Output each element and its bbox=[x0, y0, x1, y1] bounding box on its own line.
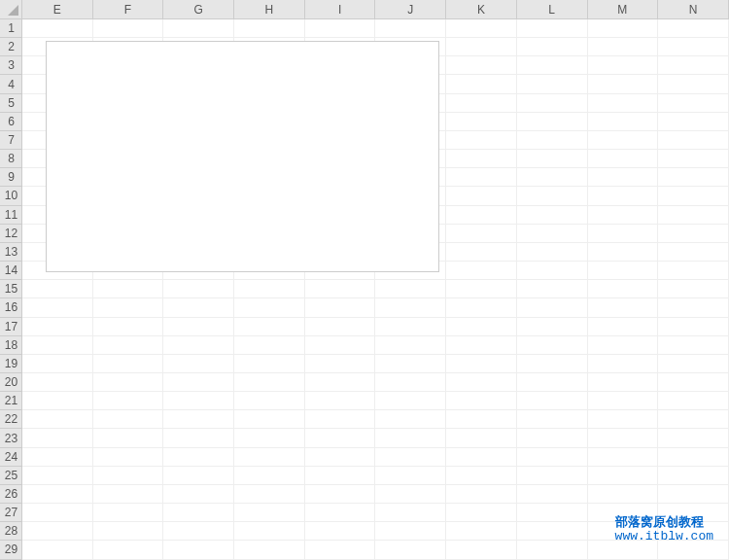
cell[interactable] bbox=[93, 298, 164, 317]
column-header[interactable]: K bbox=[446, 0, 517, 19]
cell[interactable] bbox=[22, 355, 93, 373]
cell[interactable] bbox=[446, 187, 517, 205]
cell[interactable] bbox=[163, 298, 234, 317]
cell[interactable] bbox=[588, 448, 659, 467]
cell[interactable] bbox=[93, 19, 164, 38]
cell[interactable] bbox=[446, 541, 517, 559]
cell[interactable] bbox=[588, 94, 659, 113]
row-header[interactable]: 18 bbox=[0, 336, 22, 355]
cell[interactable] bbox=[658, 38, 729, 56]
cell[interactable] bbox=[375, 429, 446, 447]
column-header[interactable]: N bbox=[658, 0, 729, 19]
cell[interactable] bbox=[305, 318, 376, 336]
cell[interactable] bbox=[163, 485, 234, 504]
cell[interactable] bbox=[446, 467, 517, 485]
column-header[interactable]: G bbox=[163, 0, 234, 19]
cell[interactable] bbox=[517, 168, 588, 187]
cell[interactable] bbox=[446, 280, 517, 298]
cell[interactable] bbox=[588, 168, 659, 187]
row-header[interactable]: 3 bbox=[0, 56, 22, 75]
cell[interactable] bbox=[234, 504, 305, 522]
cell[interactable] bbox=[375, 298, 446, 317]
cell[interactable] bbox=[588, 392, 659, 410]
cell[interactable] bbox=[588, 355, 659, 373]
cell[interactable] bbox=[234, 355, 305, 373]
row-header[interactable]: 14 bbox=[0, 262, 22, 280]
cell[interactable] bbox=[163, 467, 234, 485]
cell[interactable] bbox=[658, 225, 729, 243]
cell[interactable] bbox=[517, 75, 588, 93]
cell[interactable] bbox=[93, 355, 164, 373]
cell[interactable] bbox=[375, 485, 446, 504]
column-header[interactable]: L bbox=[517, 0, 588, 19]
cell[interactable] bbox=[234, 280, 305, 298]
cell[interactable] bbox=[305, 541, 376, 559]
column-header[interactable]: F bbox=[93, 0, 164, 19]
row-header[interactable]: 7 bbox=[0, 131, 22, 150]
cell[interactable] bbox=[658, 75, 729, 93]
cell[interactable] bbox=[517, 522, 588, 541]
cell[interactable] bbox=[588, 150, 659, 168]
cell[interactable] bbox=[588, 280, 659, 298]
cell[interactable] bbox=[163, 355, 234, 373]
cell[interactable] bbox=[93, 318, 164, 336]
select-all-corner[interactable] bbox=[0, 0, 22, 19]
cell[interactable] bbox=[163, 410, 234, 429]
row-header[interactable]: 16 bbox=[0, 298, 22, 317]
cell[interactable] bbox=[446, 56, 517, 75]
cell[interactable] bbox=[305, 410, 376, 429]
cell[interactable] bbox=[446, 168, 517, 187]
cell[interactable] bbox=[588, 75, 659, 93]
cell[interactable] bbox=[305, 392, 376, 410]
cell[interactable] bbox=[658, 298, 729, 317]
cell[interactable] bbox=[517, 485, 588, 504]
cell[interactable] bbox=[658, 410, 729, 429]
row-header[interactable]: 11 bbox=[0, 206, 22, 225]
cell[interactable] bbox=[588, 243, 659, 262]
cell[interactable] bbox=[163, 448, 234, 467]
cell[interactable] bbox=[375, 467, 446, 485]
cell[interactable] bbox=[517, 262, 588, 280]
cell[interactable] bbox=[163, 541, 234, 559]
cell[interactable] bbox=[588, 206, 659, 225]
cell[interactable] bbox=[446, 19, 517, 38]
cell[interactable] bbox=[22, 504, 93, 522]
cell[interactable] bbox=[517, 94, 588, 113]
cell[interactable] bbox=[22, 373, 93, 392]
cell[interactable] bbox=[305, 504, 376, 522]
cell[interactable] bbox=[305, 355, 376, 373]
cell[interactable] bbox=[517, 131, 588, 150]
cell[interactable] bbox=[234, 318, 305, 336]
cell[interactable] bbox=[658, 19, 729, 38]
cell[interactable] bbox=[588, 298, 659, 317]
cell[interactable] bbox=[375, 373, 446, 392]
cell[interactable] bbox=[658, 187, 729, 205]
cell[interactable] bbox=[658, 56, 729, 75]
cell[interactable] bbox=[517, 225, 588, 243]
cell[interactable] bbox=[163, 318, 234, 336]
row-header[interactable]: 9 bbox=[0, 168, 22, 187]
cell[interactable] bbox=[234, 448, 305, 467]
cell[interactable] bbox=[375, 280, 446, 298]
cell[interactable] bbox=[234, 373, 305, 392]
embedded-chart-box[interactable] bbox=[46, 41, 439, 272]
cell[interactable] bbox=[658, 168, 729, 187]
cell[interactable] bbox=[588, 467, 659, 485]
cell[interactable] bbox=[517, 318, 588, 336]
cell[interactable] bbox=[517, 336, 588, 355]
cell[interactable] bbox=[234, 19, 305, 38]
cell[interactable] bbox=[93, 392, 164, 410]
row-header[interactable]: 5 bbox=[0, 94, 22, 113]
cell[interactable] bbox=[446, 298, 517, 317]
cell[interactable] bbox=[22, 541, 93, 559]
cell[interactable] bbox=[658, 485, 729, 504]
cell[interactable] bbox=[234, 298, 305, 317]
cell[interactable] bbox=[22, 280, 93, 298]
cell[interactable] bbox=[305, 19, 376, 38]
cell[interactable] bbox=[517, 298, 588, 317]
cell[interactable] bbox=[22, 298, 93, 317]
cell[interactable] bbox=[22, 485, 93, 504]
row-header[interactable]: 2 bbox=[0, 38, 22, 56]
cell[interactable] bbox=[446, 113, 517, 131]
cell[interactable] bbox=[517, 19, 588, 38]
